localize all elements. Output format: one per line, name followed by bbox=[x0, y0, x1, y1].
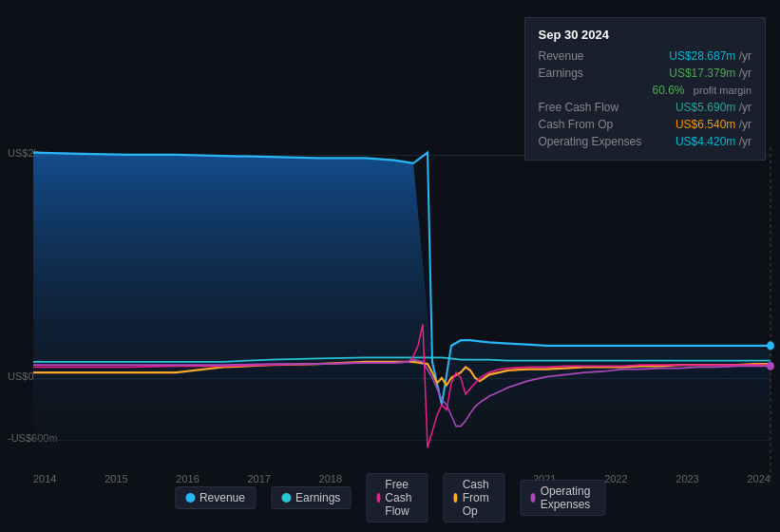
tooltip-row-margin: 60.6% profit margin bbox=[539, 82, 752, 99]
chart-container: Sep 30 2024 Revenue US$28.687m /yr Earni… bbox=[0, 0, 780, 532]
revenue-area bbox=[33, 153, 770, 480]
tooltip-label-fcf: Free Cash Flow bbox=[539, 101, 653, 114]
legend-item-earnings[interactable]: Earnings bbox=[271, 486, 351, 509]
revenue-marker bbox=[767, 341, 774, 350]
legend-item-opex[interactable]: Operating Expenses bbox=[520, 480, 605, 516]
legend-label-cashfromop: Cash From Op bbox=[463, 478, 495, 518]
x-label-2024: 2024 bbox=[747, 473, 770, 484]
tooltip-box: Sep 30 2024 Revenue US$28.687m /yr Earni… bbox=[524, 17, 767, 161]
y-label-0: US$0 bbox=[8, 370, 34, 382]
legend-dot-fcf bbox=[376, 493, 380, 503]
legend-label-earnings: Earnings bbox=[295, 491, 340, 504]
legend: Revenue Earnings Free Cash Flow Cash Fro… bbox=[175, 473, 605, 522]
legend-dot-opex bbox=[530, 493, 535, 503]
tooltip-label-opex: Operating Expenses bbox=[539, 135, 653, 148]
legend-item-fcf[interactable]: Free Cash Flow bbox=[366, 473, 428, 522]
legend-item-revenue[interactable]: Revenue bbox=[175, 486, 256, 509]
legend-label-opex: Operating Expenses bbox=[541, 484, 595, 511]
legend-dot-revenue bbox=[185, 493, 195, 503]
x-label-2022: 2022 bbox=[604, 473, 627, 484]
tooltip-row-fcf: Free Cash Flow US$5.690m /yr bbox=[539, 99, 752, 116]
chart-area bbox=[33, 147, 770, 480]
legend-label-revenue: Revenue bbox=[200, 491, 245, 504]
x-label-2015: 2015 bbox=[105, 473, 127, 484]
x-label-2014: 2014 bbox=[33, 473, 56, 484]
tooltip-value-fcf: US$5.690m /yr bbox=[675, 101, 751, 114]
tooltip-date: Sep 30 2024 bbox=[539, 28, 752, 42]
tooltip-value-cashfromop: US$6.540m /yr bbox=[675, 118, 751, 131]
tooltip-row-revenue: Revenue US$28.687m /yr bbox=[539, 48, 752, 65]
chart-svg bbox=[33, 147, 770, 480]
legend-dot-earnings bbox=[281, 493, 291, 503]
legend-item-cashfromop[interactable]: Cash From Op bbox=[443, 473, 504, 522]
legend-label-fcf: Free Cash Flow bbox=[385, 478, 417, 518]
tooltip-row-earnings: Earnings US$17.379m /yr bbox=[539, 65, 752, 82]
tooltip-value-margin: 60.6% profit margin bbox=[653, 84, 752, 97]
opex-marker bbox=[767, 362, 774, 370]
tooltip-value-earnings: US$17.379m /yr bbox=[669, 66, 751, 80]
tooltip-row-opex: Operating Expenses US$4.420m /yr bbox=[539, 133, 752, 150]
tooltip-value-opex: US$4.420m /yr bbox=[675, 135, 751, 148]
tooltip-label-earnings: Earnings bbox=[539, 66, 653, 80]
tooltip-value-revenue: US$28.687m /yr bbox=[669, 49, 751, 63]
tooltip-label-revenue: Revenue bbox=[539, 49, 653, 63]
tooltip-label-cashfromop: Cash From Op bbox=[539, 118, 653, 131]
x-label-2023: 2023 bbox=[675, 473, 698, 484]
tooltip-row-cashfromop: Cash From Op US$6.540m /yr bbox=[539, 116, 752, 133]
legend-dot-cashfromop bbox=[453, 493, 457, 503]
